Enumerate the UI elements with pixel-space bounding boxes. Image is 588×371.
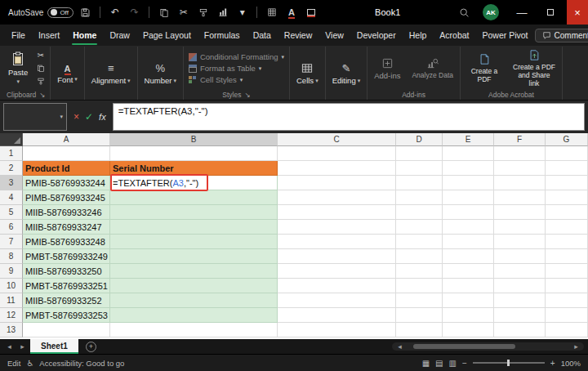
cell-G7[interactable]	[546, 235, 588, 249]
column-header-A[interactable]: A	[23, 133, 110, 146]
cells-menu-button[interactable]: Cells ▾	[292, 60, 323, 87]
normal-view-icon[interactable]: ▦	[422, 359, 430, 368]
cell-F6[interactable]	[494, 220, 546, 235]
cell-F3[interactable]	[494, 176, 546, 190]
alignment-menu-button[interactable]: ≡ Alignment ▾	[87, 60, 135, 87]
cell-D2[interactable]	[396, 161, 443, 176]
cell-E10[interactable]	[443, 279, 494, 293]
cell-styles-button[interactable]: Cell Styles ▾	[186, 74, 287, 85]
maximize-button[interactable]	[538, 0, 563, 25]
row-header-6[interactable]: 6	[0, 220, 23, 235]
font-color-icon[interactable]: A	[283, 3, 299, 21]
cell-F5[interactable]	[494, 205, 546, 220]
cell-D5[interactable]	[396, 205, 443, 220]
tab-developer[interactable]: Developer	[350, 25, 403, 46]
cell-B9[interactable]	[110, 264, 278, 279]
dialog-launcher-icon[interactable]: ↘	[39, 91, 45, 99]
row-header-11[interactable]: 11	[0, 293, 23, 308]
cell-G13[interactable]	[546, 323, 588, 337]
cell-G11[interactable]	[546, 293, 588, 308]
dialog-launcher-icon[interactable]: ↘	[244, 91, 250, 99]
cell-G3[interactable]	[546, 176, 588, 190]
tab-review[interactable]: Review	[278, 25, 318, 46]
cell-C5[interactable]	[278, 205, 396, 220]
formula-input[interactable]: =TEXTAFTER(A3,"-")	[113, 103, 585, 131]
cell-F12[interactable]	[494, 308, 546, 323]
cell-A9[interactable]: MIIB-58769933250	[23, 264, 110, 279]
cancel-button[interactable]: ×	[74, 111, 79, 123]
tab-draw[interactable]: Draw	[103, 25, 136, 46]
cell-A4[interactable]: PIMB-58769933245	[23, 190, 110, 205]
cell-D10[interactable]	[396, 279, 443, 293]
row-header-10[interactable]: 10	[0, 279, 23, 293]
tab-acrobat[interactable]: Acrobat	[433, 25, 475, 46]
insert-function-button[interactable]: fx	[99, 112, 106, 122]
minimize-button[interactable]: —	[510, 0, 534, 25]
horizontal-scrollbar[interactable]: ◂ ▸	[392, 342, 584, 351]
cell-G1[interactable]	[546, 146, 588, 161]
cell-G2[interactable]	[546, 161, 588, 176]
cell-A13[interactable]	[23, 323, 110, 337]
page-layout-view-icon[interactable]: ▤	[435, 359, 443, 368]
cell-A10[interactable]: PMBT-58769933251	[23, 279, 110, 293]
zoom-in-icon[interactable]: +	[550, 359, 555, 368]
cell-F2[interactable]	[494, 161, 546, 176]
cell-A8[interactable]: PMBT-58769933249	[23, 249, 110, 264]
zoom-out-icon[interactable]: −	[462, 359, 467, 368]
cell-E9[interactable]	[443, 264, 494, 279]
row-header-7[interactable]: 7	[0, 235, 23, 249]
cell-F1[interactable]	[494, 146, 546, 161]
cell-D13[interactable]	[396, 323, 443, 337]
column-header-B[interactable]: B	[110, 133, 278, 146]
row-header-5[interactable]: 5	[0, 205, 23, 220]
cut-icon[interactable]: ✂	[176, 3, 191, 21]
cell-B2[interactable]: Serial Number	[110, 161, 278, 176]
tab-view[interactable]: View	[318, 25, 350, 46]
font-menu-button[interactable]: A Font ▾	[53, 62, 82, 86]
cell-A7[interactable]: PMIB-58769933248	[23, 235, 110, 249]
cell-C9[interactable]	[278, 264, 396, 279]
cell-C12[interactable]	[278, 308, 396, 323]
cell-C6[interactable]	[278, 220, 396, 235]
cell-F9[interactable]	[494, 264, 546, 279]
copy-icon[interactable]	[33, 63, 47, 74]
sheet-nav-left-icon[interactable]: ◂	[4, 342, 15, 351]
tab-home[interactable]: Home	[66, 25, 103, 46]
addins-button[interactable]: Add-ins	[370, 56, 404, 82]
close-button[interactable]: ×	[567, 0, 588, 25]
cell-D7[interactable]	[396, 235, 443, 249]
scroll-left-icon[interactable]: ◂	[394, 342, 405, 351]
cell-D8[interactable]	[396, 249, 443, 264]
cell-E2[interactable]	[443, 161, 494, 176]
cell-C7[interactable]	[278, 235, 396, 249]
create-pdf-share-button[interactable]: Create a PDF and Share link	[509, 47, 559, 89]
sheet-nav-right-icon[interactable]: ▸	[17, 342, 28, 351]
format-as-table-button[interactable]: Format as Table ▾	[186, 63, 287, 74]
cell-C10[interactable]	[278, 279, 396, 293]
row-header-4[interactable]: 4	[0, 190, 23, 205]
cell-C13[interactable]	[278, 323, 396, 337]
tab-help[interactable]: Help	[403, 25, 434, 46]
analyze-data-button[interactable]: Analyze Data	[408, 56, 457, 81]
column-header-D[interactable]: D	[396, 133, 443, 146]
cell-B7[interactable]	[110, 235, 278, 249]
cell-A12[interactable]: PMBT-58769933253	[23, 308, 110, 323]
redo-icon[interactable]: ↷	[127, 3, 142, 21]
row-header-13[interactable]: 13	[0, 323, 23, 337]
cell-A1[interactable]	[23, 146, 110, 161]
cell-C1[interactable]	[278, 146, 396, 161]
cell-B13[interactable]	[110, 323, 278, 337]
row-header-12[interactable]: 12	[0, 308, 23, 323]
cut-icon[interactable]: ✂	[33, 50, 47, 61]
cell-A3[interactable]: PMIB-58769933244	[23, 176, 110, 190]
table-icon[interactable]	[264, 3, 279, 21]
copy-icon[interactable]	[156, 3, 172, 21]
column-header-F[interactable]: F	[494, 133, 546, 146]
cell-G9[interactable]	[546, 264, 588, 279]
cell-G4[interactable]	[546, 190, 588, 205]
cell-E1[interactable]	[443, 146, 494, 161]
tab-power-pivot[interactable]: Power Pivot	[476, 25, 535, 46]
cell-C4[interactable]	[278, 190, 396, 205]
cell-D1[interactable]	[396, 146, 443, 161]
tab-data[interactable]: Data	[247, 25, 278, 46]
